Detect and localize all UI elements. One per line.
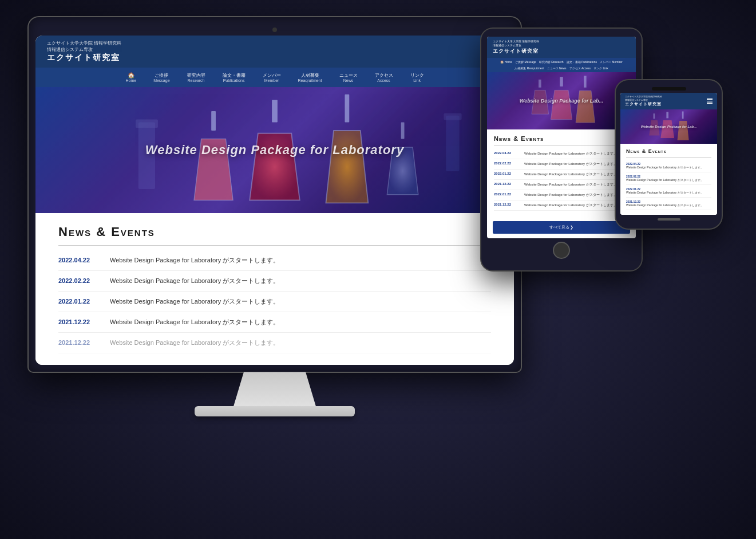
svg-rect-2 [211, 111, 216, 131]
phone-hero-text: Website Design Package for Lab... [641, 125, 697, 128]
news-item-5[interactable]: 2021.12.22 Website Design Package for La… [58, 333, 491, 353]
nav-link[interactable]: リンク Link [410, 72, 424, 82]
nav-news-en: News [339, 78, 358, 82]
tablet-home-btn[interactable] [553, 242, 570, 259]
news-date-3: 2022.01.22 [58, 298, 98, 305]
tablet-nav-rec[interactable]: 人材募集 Reaqruitment [514, 66, 544, 70]
nav-recruitment[interactable]: 人材募集 Reaqruitment [298, 72, 322, 82]
tablet-screen: エクサイト大学大学院 情報学研究科情報通信システム専攻 エクサイト研究室 🏠 H… [487, 37, 636, 238]
news-text-5: Website Design Package for Laboratory がス… [110, 339, 279, 347]
svg-rect-20 [654, 113, 655, 119]
nav-research[interactable]: 研究内容 Research [187, 72, 205, 82]
tablet-nav-pub[interactable]: 論文・書籍 Publications [567, 60, 597, 64]
site-nav: 🏠 Home ご挨拶 Message 研究内容 Research 論文・書 [35, 68, 514, 87]
news-text-4: Website Design Package for Laboratory がス… [110, 318, 279, 326]
home-icon: 🏠 [125, 72, 136, 78]
phone-title-block: エクサイト大学大学院 情報学研究科情報通信システム専攻 エクサイト研究室 [625, 95, 662, 107]
nav-news[interactable]: ニュース News [339, 72, 358, 82]
news-date-2: 2022.02.22 [58, 277, 98, 284]
nav-publications[interactable]: 論文・書籍 Publications [223, 72, 246, 82]
tablet-nav-res[interactable]: 研究内容 Research [539, 60, 564, 64]
svg-rect-11 [444, 113, 462, 120]
phone-news-2[interactable]: 2022.02.22 Website Design Package for La… [626, 172, 711, 185]
tablet-view-all-btn[interactable]: すべて見る ❯ [493, 221, 630, 234]
svg-marker-17 [576, 91, 595, 123]
phone-header: エクサイト大学大学院 情報学研究科情報通信システム専攻 エクサイト研究室 [620, 93, 717, 109]
monitor: エクサイト大学大学院 情報学研究科 情報通信システム専攻 エクサイト研究室 🏠 … [29, 17, 521, 416]
svg-marker-19 [660, 120, 674, 138]
svg-rect-18 [666, 112, 668, 119]
svg-rect-6 [401, 123, 405, 139]
phone-news-4[interactable]: 2021.12.22 Website Design Package for La… [626, 198, 711, 210]
tablet-nav-news[interactable]: ニュース News [547, 66, 567, 70]
tablet-lab-name: エクサイト研究室 [493, 48, 630, 55]
hamburger-line-1 [707, 99, 713, 100]
tablet-nav-mem[interactable]: メンバー Member [600, 60, 623, 64]
monitor-camera [272, 27, 277, 32]
nav-message-jp: ご挨拶 [153, 72, 169, 78]
tablet-news-4[interactable]: 2021.12.22 Website Design Package for La… [494, 180, 629, 190]
news-item-4[interactable]: 2021.12.22 Website Design Package for La… [58, 312, 491, 333]
nav-recruit-en: Reaqruitment [298, 78, 322, 82]
news-item-2[interactable]: 2022.02.22 Website Design Package for La… [58, 271, 491, 292]
svg-rect-14 [539, 80, 541, 88]
phone-news-3[interactable]: 2022.01.22 Website Design Package for La… [626, 185, 711, 198]
tablet-nav-access[interactable]: アクセス Access [569, 66, 591, 70]
news-text-1: Website Design Package for Laboratory がス… [110, 256, 279, 265]
svg-rect-0 [272, 100, 278, 123]
tablet-nav-msg[interactable]: ご挨拶 Message [515, 60, 536, 64]
tablet-news-5[interactable]: 2022.01.22 Website Design Package for La… [494, 190, 629, 200]
phone-news-divider [626, 157, 711, 158]
tablet-news: News & Events 2022.04.22 Website Design … [487, 129, 636, 217]
scene: エクサイト大学大学院 情報学研究科 情報通信システム専攻 エクサイト研究室 🏠 … [0, 0, 756, 539]
news-date-4: 2021.12.22 [58, 318, 98, 325]
news-title: News & Events [58, 225, 491, 239]
news-text-3: Website Design Package for Laboratory がス… [110, 297, 279, 306]
nav-link-en: Link [410, 78, 424, 82]
nav-message[interactable]: ご挨拶 Message [153, 72, 169, 82]
nav-message-en: Message [153, 78, 169, 82]
phone-outer: エクサイト大学大学院 情報学研究科情報通信システム専攻 エクサイト研究室 [616, 80, 722, 229]
monitor-bezel: エクサイト大学大学院 情報学研究科 情報通信システム専攻 エクサイト研究室 🏠 … [35, 36, 514, 365]
monitor-stand [223, 372, 326, 406]
monitor-base [195, 406, 355, 416]
news-text-2: Website Design Package for Laboratory がス… [110, 277, 279, 285]
site-institution: エクサイト大学大学院 情報学研究科 情報通信システム専攻 [47, 40, 502, 53]
phone-lab-name: エクサイト研究室 [625, 101, 662, 107]
nav-access-jp: アクセス [375, 72, 393, 78]
svg-rect-10 [446, 116, 459, 171]
nav-member[interactable]: メンバー Member [263, 72, 281, 82]
tablet-news-2[interactable]: 2022.02.22 Website Design Package for La… [494, 159, 629, 170]
nav-recruit-jp: 人材募集 [298, 72, 322, 78]
svg-marker-23 [678, 121, 689, 140]
svg-rect-22 [682, 112, 684, 119]
tablet-institution: エクサイト大学大学院 情報学研究科情報通信システム専攻 [493, 40, 630, 48]
news-item-1[interactable]: 2022.04.22 Website Design Package for La… [58, 250, 491, 271]
nav-home[interactable]: 🏠 Home [125, 72, 136, 82]
monitor-outer: エクサイト大学大学院 情報学研究科 情報通信システム専攻 エクサイト研究室 🏠 … [29, 17, 521, 372]
news-section: News & Events 2022.04.22 Website Design … [35, 213, 514, 365]
news-item-3[interactable]: 2022.01.22 Website Design Package for La… [58, 292, 491, 312]
tablet-nav-home[interactable]: 🏠 Home [500, 60, 512, 64]
phone-news: News & Events 2022.04.22 Website Design … [620, 144, 717, 215]
svg-rect-4 [345, 95, 349, 123]
nav-research-en: Research [187, 78, 205, 82]
hero-text: Website Design Package for Laboratory [145, 143, 404, 158]
phone-news-1[interactable]: 2022.04.22 Website Design Package for La… [626, 160, 711, 172]
phone-hero: Website Design Package for Lab... [620, 109, 717, 144]
phone-news-title: News & Events [626, 148, 711, 154]
phone-screen: エクサイト大学大学院 情報学研究科情報通信システム専攻 エクサイト研究室 [620, 93, 717, 215]
nav-pub-jp: 論文・書籍 [223, 72, 246, 78]
tablet-nav: 🏠 Home ご挨拶 Message 研究内容 Research 論文・書籍 P… [487, 58, 636, 72]
nav-news-jp: ニュース [339, 72, 358, 78]
tablet-news-1[interactable]: 2022.04.22 Website Design Package for La… [494, 149, 629, 159]
nav-access[interactable]: アクセス Access [375, 72, 393, 82]
tablet-news-6[interactable]: 2021.12.22 Website Design Package for La… [494, 200, 629, 211]
hero-section: Website Design Package for Laboratory [35, 87, 514, 213]
site-lab-name: エクサイト研究室 [47, 53, 502, 63]
tablet-nav-link[interactable]: リンク Link [593, 66, 608, 70]
news-date-1: 2022.04.22 [58, 257, 98, 263]
tablet-news-3[interactable]: 2022.01.22 Website Design Package for La… [494, 170, 629, 180]
hamburger-menu-icon[interactable] [707, 99, 713, 104]
monitor-screen: エクサイト大学大学院 情報学研究科 情報通信システム専攻 エクサイト研究室 🏠 … [35, 36, 514, 365]
